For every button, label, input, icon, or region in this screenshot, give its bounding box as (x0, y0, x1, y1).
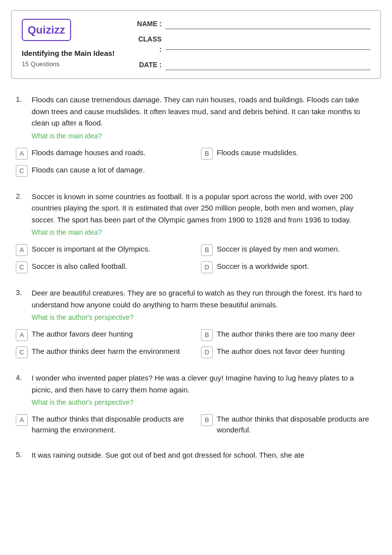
question-2-header: 2. Soccer is known in some countries as … (16, 191, 376, 238)
option-1a: A Floods damage houses and roads. (16, 147, 191, 160)
question-2-number: 2. (16, 191, 26, 238)
option-2c: C Soccer is also called football. (16, 261, 191, 273)
question-3-options: A The author favors deer hunting B The a… (16, 329, 376, 358)
option-1b: B Floods cause mudslides. (201, 147, 376, 160)
option-2b: B Soccer is played by men and women. (201, 244, 376, 256)
question-4-text: I wonder who invented paper plates? He w… (32, 374, 354, 394)
question-4-prompt: What is the author's perspective? (32, 397, 376, 408)
question-3: 3. Deer are beautiful creatures. They ar… (16, 287, 376, 358)
option-4b-letter: B (201, 414, 213, 426)
name-input[interactable] (165, 19, 370, 29)
option-2d: D Soccer is a worldwide sport. (201, 261, 376, 273)
option-3a-letter: A (16, 329, 28, 341)
option-4a-text: The author thinks that disposable produc… (32, 414, 191, 435)
class-label: CLASS : (134, 34, 161, 55)
quiz-title: Identifying the Main Ideas! (22, 48, 115, 59)
header-left: Quizizz Identifying the Main Ideas! 15 Q… (22, 19, 115, 69)
question-2-prompt: What is the main idea? (32, 227, 376, 238)
option-1c-row: C Floods can cause a lot of damage. (16, 165, 376, 177)
question-1-options: A Floods damage houses and roads. B Floo… (16, 147, 376, 160)
option-1c-text: Floods can cause a lot of damage. (32, 165, 145, 175)
question-4: 4. I wonder who invented paper plates? H… (16, 372, 376, 435)
option-3c-letter: C (16, 346, 28, 358)
option-3d-text: The author does not favor deer hunting (217, 346, 345, 357)
option-2d-letter: D (201, 261, 213, 273)
option-3d: D The author does not favor deer hunting (201, 346, 376, 358)
logo: Quizizz (22, 19, 71, 41)
question-1-prompt: What is the main idea? (32, 131, 376, 141)
page-container: Quizizz Identifying the Main Ideas! 15 Q… (11, 10, 381, 461)
question-3-number: 3. (16, 287, 26, 323)
name-label: NAME : (134, 19, 161, 29)
option-3c: C The author thinks deer harm the enviro… (16, 346, 191, 358)
question-5: 5. It was raining outside. Sue got out o… (16, 449, 376, 461)
option-4b: B The author thinks that disposable prod… (201, 414, 376, 435)
question-3-text: Deer are beautiful creatures. They are s… (32, 289, 362, 309)
option-1b-letter: B (201, 148, 213, 160)
question-1-number: 1. (16, 94, 26, 141)
date-label: DATE : (134, 60, 161, 70)
question-4-options: A The author thinks that disposable prod… (16, 414, 376, 435)
question-3-prompt: What is the author's perspective? (32, 312, 376, 323)
option-4b-text: The author thinks that disposable produc… (217, 414, 376, 435)
class-field-row: CLASS : (134, 34, 370, 55)
option-1a-letter: A (16, 148, 28, 160)
header-right: NAME : CLASS : DATE : (134, 19, 370, 70)
header-box: Quizizz Identifying the Main Ideas! 15 Q… (11, 10, 381, 79)
option-2d-text: Soccer is a worldwide sport. (217, 261, 309, 272)
question-4-number: 4. (16, 372, 26, 408)
question-2-options: A Soccer is important at the Olympics. B… (16, 244, 376, 273)
question-1: 1. Floods can cause tremendous damage. T… (16, 94, 376, 177)
option-3b-letter: B (201, 329, 213, 341)
question-1-header: 1. Floods can cause tremendous damage. T… (16, 94, 376, 141)
option-3a: A The author favors deer hunting (16, 329, 191, 341)
option-2a-text: Soccer is important at the Olympics. (32, 244, 150, 255)
option-4a: A The author thinks that disposable prod… (16, 414, 191, 435)
option-1b-text: Floods cause mudslides. (217, 147, 298, 158)
question-2-text: Soccer is known in some countries as foo… (32, 192, 353, 224)
date-field-row: DATE : (134, 60, 370, 70)
question-2: 2. Soccer is known in some countries as … (16, 191, 376, 274)
question-5-number: 5. (16, 449, 26, 461)
quiz-subtitle: 15 Questions (22, 59, 115, 69)
option-3c-text: The author thinks deer harm the environm… (32, 346, 180, 357)
option-3b-text: The author thinks there are too many dee… (217, 329, 355, 340)
option-2c-letter: C (16, 261, 28, 273)
question-5-header: 5. It was raining outside. Sue got out o… (16, 449, 376, 461)
option-2b-text: Soccer is played by men and women. (217, 244, 340, 255)
option-1c-letter: C (16, 165, 28, 177)
option-3a-text: The author favors deer hunting (32, 329, 133, 340)
option-4a-letter: A (16, 414, 28, 426)
question-4-header: 4. I wonder who invented paper plates? H… (16, 372, 376, 408)
question-3-header: 3. Deer are beautiful creatures. They ar… (16, 287, 376, 323)
option-3d-letter: D (201, 346, 213, 358)
class-input[interactable] (165, 40, 370, 50)
questions-section: 1. Floods can cause tremendous damage. T… (11, 94, 381, 461)
date-input[interactable] (165, 60, 370, 70)
option-1a-text: Floods damage houses and roads. (32, 147, 146, 158)
name-field-row: NAME : (134, 19, 370, 29)
question-1-text: Floods can cause tremendous damage. They… (32, 95, 360, 127)
option-2b-letter: B (201, 244, 213, 256)
option-2a: A Soccer is important at the Olympics. (16, 244, 191, 256)
option-3b: B The author thinks there are too many d… (201, 329, 376, 341)
option-2c-text: Soccer is also called football. (32, 261, 127, 272)
option-2a-letter: A (16, 244, 28, 256)
question-5-text: It was raining outside. Sue got out of b… (32, 451, 305, 459)
